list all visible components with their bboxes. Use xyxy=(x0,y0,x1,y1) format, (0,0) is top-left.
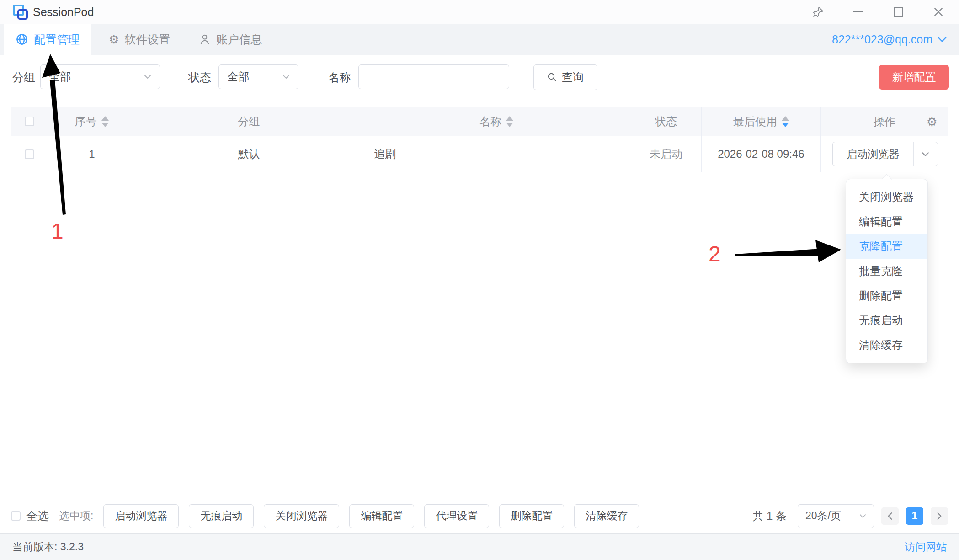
header-index[interactable]: 序号 xyxy=(48,107,136,136)
close-icon xyxy=(933,7,943,17)
tab-config-management[interactable]: 配置管理 xyxy=(4,24,91,55)
maximize-button[interactable] xyxy=(884,0,912,24)
gear-icon: ⚙ xyxy=(109,34,119,45)
globe-icon xyxy=(16,33,28,46)
menu-item-clear-cache[interactable]: 清除缓存 xyxy=(846,333,927,357)
close-button[interactable] xyxy=(925,0,952,24)
account-email: 822***023@qq.com xyxy=(832,33,932,46)
header-name[interactable]: 名称 xyxy=(362,107,631,136)
chevron-down-icon xyxy=(859,514,866,518)
header-status: 状态 xyxy=(631,107,702,136)
sort-icon[interactable] xyxy=(506,116,513,127)
menu-item-clone-config[interactable]: 克隆配置 xyxy=(846,234,927,259)
row-checkbox[interactable] xyxy=(25,149,34,159)
prev-page-button[interactable] xyxy=(881,507,899,525)
app-title: SessionPod xyxy=(33,0,94,24)
tab-account-info[interactable]: 账户信息 xyxy=(199,24,262,55)
status-select[interactable]: 全部 xyxy=(218,64,298,89)
table-row: 1 默认 追剧 未启动 2026-02-08 09:46 启动浏览器 xyxy=(11,136,948,172)
bottom-toolbar: 全选 选中项: 启动浏览器 无痕启动 关闭浏览器 编辑配置 代理设置 删除配置 … xyxy=(0,498,959,533)
selected-items-label: 选中项: xyxy=(59,509,93,523)
menu-item-incognito-launch[interactable]: 无痕启动 xyxy=(846,308,927,333)
account-email-dropdown[interactable]: 822***023@qq.com xyxy=(832,24,947,55)
row-action-menu: 关闭浏览器 编辑配置 克隆配置 批量克隆 删除配置 无痕启动 清除缓存 xyxy=(846,179,928,363)
row-action-split-button: 启动浏览器 xyxy=(832,142,938,166)
name-filter-label: 名称 xyxy=(328,64,351,90)
row-last-used: 2026-02-08 09:46 xyxy=(702,136,821,172)
table-header-row: 序号 分组 名称 状态 最后使用 操作 ⚙ xyxy=(11,107,948,136)
app-window: SessionPod 配置管理 ⚙ xyxy=(0,0,959,560)
name-input-wrap xyxy=(358,64,509,89)
chevron-right-icon xyxy=(937,512,942,520)
select-all-label: 全选 xyxy=(26,508,49,523)
bulk-delete-config-button[interactable]: 删除配置 xyxy=(499,504,564,528)
sort-icon[interactable] xyxy=(101,116,109,127)
add-config-button[interactable]: 新增配置 xyxy=(879,65,949,90)
row-name: 追剧 xyxy=(362,136,631,172)
launch-browser-button[interactable]: 启动浏览器 xyxy=(833,142,914,166)
sort-icon-active-desc[interactable] xyxy=(782,116,789,127)
version-label: 当前版本: 3.2.3 xyxy=(12,540,84,554)
bulk-close-browser-button[interactable]: 关闭浏览器 xyxy=(264,504,339,528)
chevron-left-icon xyxy=(887,512,893,520)
chevron-down-icon xyxy=(144,75,151,79)
visit-website-link[interactable]: 访问网站 xyxy=(905,540,947,554)
menu-item-edit-config[interactable]: 编辑配置 xyxy=(846,209,927,234)
group-filter-label: 分组 xyxy=(12,64,35,90)
statusbar: 当前版本: 3.2.3 访问网站 xyxy=(0,533,959,560)
chevron-down-icon xyxy=(922,152,929,157)
tabbar: 配置管理 ⚙ 软件设置 账户信息 822***023@qq.com xyxy=(0,24,959,55)
column-settings-gear-icon[interactable]: ⚙ xyxy=(927,115,938,128)
status-select-value: 全部 xyxy=(227,69,249,84)
group-select[interactable]: 全部 xyxy=(40,64,160,89)
select-all-control[interactable]: 全选 xyxy=(11,508,49,523)
row-index: 1 xyxy=(48,136,136,172)
header-checkbox[interactable] xyxy=(25,117,34,126)
page-size-select[interactable]: 20条/页 xyxy=(798,504,874,528)
pagination-total: 共 1 条 xyxy=(752,509,787,523)
app-logo-icon xyxy=(13,5,27,19)
next-page-button[interactable] xyxy=(931,507,948,525)
bulk-edit-config-button[interactable]: 编辑配置 xyxy=(349,504,414,528)
minimize-icon xyxy=(853,11,863,12)
titlebar: SessionPod xyxy=(0,0,959,24)
menu-item-batch-clone[interactable]: 批量克隆 xyxy=(846,259,927,283)
minimize-button[interactable] xyxy=(844,0,872,24)
row-status-badge: 未启动 xyxy=(631,136,702,172)
tab-software-label: 软件设置 xyxy=(124,32,170,47)
status-filter-label: 状态 xyxy=(188,64,211,90)
bulk-launch-browser-button[interactable]: 启动浏览器 xyxy=(103,504,179,528)
chevron-down-icon xyxy=(937,36,947,43)
header-last-used[interactable]: 最后使用 xyxy=(702,107,821,136)
row-group: 默认 xyxy=(136,136,362,172)
person-icon xyxy=(199,33,211,45)
config-table: 序号 分组 名称 状态 最后使用 操作 ⚙ xyxy=(11,107,948,498)
tab-software-settings[interactable]: ⚙ 软件设置 xyxy=(109,24,170,55)
bulk-clear-cache-button[interactable]: 清除缓存 xyxy=(574,504,639,528)
tab-config-label: 配置管理 xyxy=(34,32,80,47)
pin-window-button[interactable] xyxy=(804,0,832,24)
header-actions: 操作 ⚙ xyxy=(821,107,948,136)
search-button[interactable]: 查询 xyxy=(533,64,597,90)
chevron-down-icon xyxy=(282,75,290,79)
group-select-value: 全部 xyxy=(49,69,71,84)
menu-item-close-browser[interactable]: 关闭浏览器 xyxy=(846,185,927,209)
page-size-value: 20条/页 xyxy=(805,509,841,523)
search-button-label: 查询 xyxy=(562,70,584,85)
bulk-proxy-settings-button[interactable]: 代理设置 xyxy=(424,504,489,528)
name-input[interactable] xyxy=(359,65,509,89)
row-action-dropdown-toggle[interactable] xyxy=(914,142,938,166)
pushpin-icon xyxy=(812,5,825,18)
search-icon xyxy=(547,72,557,82)
select-all-checkbox[interactable] xyxy=(11,511,21,521)
bulk-incognito-launch-button[interactable]: 无痕启动 xyxy=(189,504,254,528)
header-group: 分组 xyxy=(136,107,362,136)
maximize-icon xyxy=(894,7,903,17)
tab-account-label: 账户信息 xyxy=(216,32,262,47)
page-number-button[interactable]: 1 xyxy=(906,507,923,525)
menu-item-delete-config[interactable]: 删除配置 xyxy=(846,283,927,308)
